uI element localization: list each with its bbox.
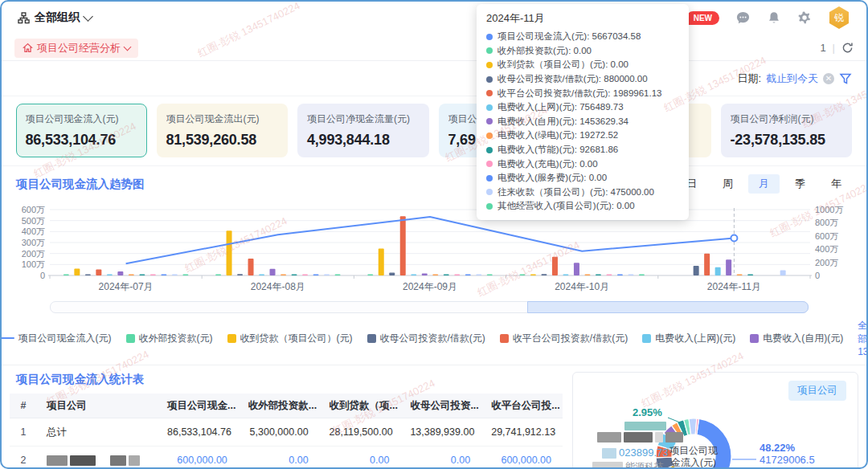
bar-收到贷款（项目公司）(元)[interactable] bbox=[530, 275, 536, 276]
new-badge[interactable]: NEW bbox=[686, 11, 719, 25]
bar-其他经营收入(项目公司)(元)[interactable] bbox=[639, 275, 645, 276]
bar-收平台公司投资款/借款(元)[interactable] bbox=[552, 257, 558, 275]
bar-电费收入(充电)(元)[interactable] bbox=[606, 275, 612, 276]
legend-item[interactable]: 收外部投资款(元) bbox=[126, 332, 213, 345]
bar-电费收入(节能)(元)[interactable] bbox=[444, 275, 449, 276]
kpi-cash-outflow[interactable]: 项目公司现金流出(元) 81,539,260.58 bbox=[157, 104, 289, 157]
svg-text:600万: 600万 bbox=[22, 205, 45, 214]
bar-电费收入(上网)(元)[interactable] bbox=[563, 275, 568, 276]
clear-filter-icon[interactable]: ✕ bbox=[823, 73, 834, 84]
bar-电费收入(充电)(元)[interactable] bbox=[454, 275, 460, 276]
bar-收母公司投资款/借款(元)[interactable] bbox=[694, 266, 699, 275]
kpi-net-cashflow[interactable]: 项目公司净现金流量(元) 4,993,844.18 bbox=[297, 104, 429, 157]
datazoom-window[interactable] bbox=[527, 301, 809, 313]
date-filter-value[interactable]: 截止到今天 bbox=[766, 71, 818, 86]
bar-电费收入(绿电)(元)[interactable] bbox=[280, 275, 286, 276]
trend-chart-canvas[interactable]: 0100万200万300万400万500万600万0200万400万600万80… bbox=[16, 197, 852, 298]
bar-其他经营收入(项目公司)(元)[interactable] bbox=[335, 275, 341, 276]
legend-item[interactable]: 电费收入(上网)(元) bbox=[642, 332, 735, 345]
legend-item[interactable]: 项目公司现金流入(元) bbox=[0, 332, 112, 345]
bell-icon[interactable] bbox=[767, 10, 781, 25]
svg-text:500万: 500万 bbox=[22, 216, 45, 226]
donut-label-cyan-value: 023899.73 bbox=[602, 447, 668, 459]
table-title: 项目公司现金流入统计表 bbox=[16, 372, 563, 387]
bar-电费收入(自用)(元)[interactable] bbox=[422, 274, 428, 275]
period-tab-季[interactable]: 季 bbox=[784, 174, 816, 194]
bar-收外部投资款(元)[interactable] bbox=[367, 275, 373, 276]
bar-收到贷款（项目公司）(元)[interactable] bbox=[227, 230, 232, 275]
table-row: 2600,000.000.000.000.00600,000.00 bbox=[10, 447, 563, 469]
kpi-cash-inflow[interactable]: 项目公司现金流入(元) 86,533,104.76 bbox=[16, 104, 147, 157]
bar-电费收入(节能)(元)[interactable] bbox=[747, 275, 753, 276]
bar-收母公司投资款/借款(元)[interactable] bbox=[541, 274, 547, 275]
bar-电费收入(上网)(元)[interactable] bbox=[107, 275, 113, 276]
bar-收外部投资款(元)[interactable] bbox=[215, 275, 221, 276]
bar-收平台公司投资款/借款(元)[interactable] bbox=[96, 270, 101, 275]
bar-电费收入(自用)(元)[interactable] bbox=[117, 271, 123, 275]
column-header[interactable]: 项目公司现金... bbox=[158, 394, 239, 418]
bar-电费收入(自用)(元)[interactable] bbox=[270, 269, 276, 275]
tab-project-analysis[interactable]: 项目公司经营分析 bbox=[14, 39, 138, 58]
bar-往来收款（项目公司）(元)[interactable] bbox=[780, 271, 786, 275]
legend-item[interactable]: 电费收入(自用)(元) bbox=[750, 332, 843, 345]
bar-电费收入(服务费)(元)[interactable] bbox=[313, 275, 319, 276]
period-tab-月[interactable]: 月 bbox=[748, 174, 780, 194]
bar-往来收款（项目公司）(元)[interactable] bbox=[476, 275, 481, 276]
legend-item[interactable]: 收母公司投资款/借款(元) bbox=[367, 332, 485, 345]
period-tab-年[interactable]: 年 bbox=[821, 174, 852, 194]
bar-收平台公司投资款/借款(元)[interactable] bbox=[248, 259, 254, 275]
bar-其他经营收入(项目公司)(元)[interactable] bbox=[182, 275, 188, 276]
bar-收母公司投资款/借款(元)[interactable] bbox=[237, 274, 243, 275]
bar-收到贷款（项目公司）(元)[interactable] bbox=[379, 248, 384, 275]
hover-marker[interactable] bbox=[731, 235, 737, 242]
message-icon[interactable] bbox=[735, 10, 751, 26]
bar-收母公司投资款/借款(元)[interactable] bbox=[85, 275, 91, 276]
bar-收外部投资款(元)[interactable] bbox=[519, 275, 525, 276]
donut-tab-badge[interactable]: 项目公司 bbox=[788, 381, 846, 401]
bar-电费收入(服务费)(元)[interactable] bbox=[465, 275, 471, 276]
legend-item[interactable]: 收到贷款（项目公司）(元) bbox=[227, 332, 353, 345]
column-header[interactable]: 收平台公司投... bbox=[481, 394, 563, 418]
bar-电费收入(上网)(元)[interactable] bbox=[259, 275, 264, 276]
bar-电费收入(绿电)(元)[interactable] bbox=[432, 275, 438, 276]
bar-往来收款（项目公司）(元)[interactable] bbox=[172, 275, 178, 276]
column-header[interactable]: 收外部投资款... bbox=[239, 394, 320, 418]
bar-电费收入(上网)(元)[interactable] bbox=[715, 267, 721, 275]
trend-chart[interactable]: 0100万200万300万400万500万600万0200万400万600万80… bbox=[0, 195, 868, 300]
bar-电费收入(自用)(元)[interactable] bbox=[574, 263, 579, 275]
period-tab-周[interactable]: 周 bbox=[712, 174, 743, 194]
column-header[interactable]: 收母公司投资... bbox=[400, 394, 481, 418]
bar-往来收款（项目公司）(元)[interactable] bbox=[324, 275, 330, 276]
svg-text:2024年-10月: 2024年-10月 bbox=[555, 281, 609, 292]
bar-电费收入(绿电)(元)[interactable] bbox=[584, 275, 590, 276]
bar-电费收入(自用)(元)[interactable] bbox=[726, 259, 731, 275]
filter-funnel-icon[interactable] bbox=[839, 72, 852, 85]
bar-收平台公司投资款/借款(元)[interactable] bbox=[704, 254, 710, 275]
datazoom-slider[interactable] bbox=[50, 301, 809, 313]
bar-电费收入(节能)(元)[interactable] bbox=[139, 275, 145, 276]
bar-收到贷款（项目公司）(元)[interactable] bbox=[74, 269, 80, 275]
bar-收平台公司投资款/借款(元)[interactable] bbox=[400, 216, 406, 275]
bar-电费收入(节能)(元)[interactable] bbox=[292, 275, 297, 276]
bar-电费收入(上网)(元)[interactable] bbox=[411, 275, 416, 276]
bar-电费收入(充电)(元)[interactable] bbox=[302, 275, 308, 276]
bar-电费收入(充电)(元)[interactable] bbox=[150, 275, 156, 276]
bar-电费收入(绿电)(元)[interactable] bbox=[129, 275, 134, 276]
user-avatar[interactable]: 锐 bbox=[828, 6, 850, 29]
column-header[interactable]: 收到贷款（项... bbox=[320, 394, 401, 418]
bar-收母公司投资款/借款(元)[interactable] bbox=[389, 273, 395, 275]
bar-电费收入(节能)(元)[interactable] bbox=[596, 275, 601, 276]
refresh-icon[interactable] bbox=[841, 42, 854, 54]
legend-item[interactable]: 收平台公司投资款/借款(元) bbox=[500, 332, 628, 345]
bar-电费收入(服务费)(元)[interactable] bbox=[161, 275, 166, 276]
bar-其他经营收入(项目公司)(元)[interactable] bbox=[487, 275, 493, 276]
bar-电费收入(绿电)(元)[interactable] bbox=[737, 275, 743, 276]
bar-往来收款（项目公司）(元)[interactable] bbox=[628, 275, 633, 276]
org-selector[interactable]: 全部组织 bbox=[18, 10, 92, 25]
kpi-net-profit[interactable]: 项目公司净利润(元) -23,578,135.85 bbox=[721, 104, 853, 157]
legend-show-all[interactable]: 全部 13 bbox=[858, 319, 868, 357]
bar-收外部投资款(元)[interactable] bbox=[63, 275, 69, 276]
kpi-value: 4,993,844.18 bbox=[307, 132, 420, 149]
gear-icon[interactable] bbox=[797, 10, 812, 25]
bar-电费收入(服务费)(元)[interactable] bbox=[617, 275, 623, 276]
